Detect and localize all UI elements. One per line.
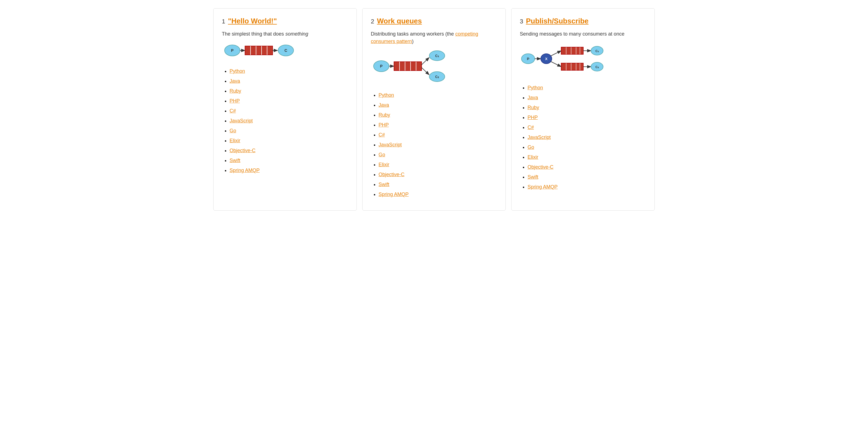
list-item: Swift bbox=[229, 156, 348, 165]
card-title-1: "Hello World!" bbox=[228, 17, 277, 25]
svg-line-31 bbox=[551, 62, 561, 66]
list-item: Spring AMQP bbox=[378, 189, 497, 199]
list-item: JavaScript bbox=[229, 116, 348, 126]
list-item: Objective-C bbox=[528, 162, 646, 172]
link-python-3[interactable]: Python bbox=[528, 85, 543, 90]
link-csharp-1[interactable]: C# bbox=[229, 108, 236, 113]
link-js-3[interactable]: JavaScript bbox=[528, 134, 551, 140]
list-item: Spring AMQP bbox=[528, 182, 646, 192]
link-spring-1[interactable]: Spring AMQP bbox=[229, 168, 260, 173]
list-item: Go bbox=[378, 150, 497, 160]
list-item: Elixir bbox=[229, 136, 348, 145]
diagram-svg-2: P C₁ C₂ bbox=[371, 49, 448, 83]
diagram-3: P X bbox=[520, 42, 646, 77]
diagram-svg-3: P X bbox=[520, 42, 608, 75]
list-item: JavaScript bbox=[528, 132, 646, 142]
list-item: PHP bbox=[528, 112, 646, 122]
link-go-3[interactable]: Go bbox=[528, 144, 534, 150]
svg-text:C₂: C₂ bbox=[595, 65, 599, 69]
list-item: Python bbox=[528, 83, 646, 93]
link-ruby-2[interactable]: Ruby bbox=[378, 112, 390, 118]
link-objc-3[interactable]: Objective-C bbox=[528, 164, 554, 170]
link-elixir-1[interactable]: Elixir bbox=[229, 138, 240, 143]
link-objc-1[interactable]: Objective-C bbox=[229, 148, 255, 153]
link-swift-3[interactable]: Swift bbox=[528, 174, 538, 180]
card-number-3: 3 bbox=[520, 18, 523, 25]
list-item: Java bbox=[528, 93, 646, 103]
diagram-1: P bbox=[222, 42, 348, 60]
link-swift-2[interactable]: Swift bbox=[378, 181, 389, 187]
link-elixir-2[interactable]: Elixir bbox=[378, 162, 389, 167]
card-pubsub: 3 Publish/Subscribe Sending messages to … bbox=[511, 8, 655, 210]
list-item: Python bbox=[378, 90, 497, 100]
list-item: JavaScript bbox=[378, 140, 497, 150]
list-item: C# bbox=[229, 106, 348, 116]
svg-rect-3 bbox=[245, 46, 273, 55]
card-title-link-2[interactable]: Work queues bbox=[377, 17, 422, 25]
link-java-2[interactable]: Java bbox=[378, 102, 389, 108]
list-item: PHP bbox=[229, 96, 348, 106]
card-header-1: 1 "Hello World!" bbox=[222, 17, 348, 25]
svg-text:P: P bbox=[380, 64, 382, 68]
list-item: Python bbox=[229, 66, 348, 76]
link-csharp-2[interactable]: C# bbox=[378, 132, 385, 137]
link-csharp-3[interactable]: C# bbox=[528, 125, 534, 130]
link-js-2[interactable]: JavaScript bbox=[378, 142, 402, 147]
link-python-1[interactable]: Python bbox=[229, 68, 245, 74]
card-title-link-1[interactable]: "Hello World!" bbox=[228, 17, 277, 25]
list-item: C# bbox=[378, 130, 497, 140]
list-item: Elixir bbox=[378, 160, 497, 169]
link-spring-3[interactable]: Spring AMQP bbox=[528, 184, 558, 190]
links-list-2: Python Java Ruby PHP C# JavaScript Go El… bbox=[371, 90, 497, 199]
card-header-2: 2 Work queues bbox=[371, 17, 497, 25]
diagram-2: P C₁ C₂ bbox=[371, 49, 497, 84]
card-desc-3: Sending messages to many consumers at on… bbox=[520, 30, 646, 38]
competing-consumers-link[interactable]: competing consumers pattern bbox=[371, 31, 478, 44]
link-java-3[interactable]: Java bbox=[528, 95, 538, 100]
svg-text:C₁: C₁ bbox=[595, 49, 599, 53]
svg-rect-14 bbox=[394, 62, 422, 71]
list-item: Spring AMQP bbox=[229, 165, 348, 175]
list-item: Ruby bbox=[528, 103, 646, 112]
list-item: Java bbox=[378, 100, 497, 110]
card-desc-2: Distributing tasks among workers (the co… bbox=[371, 30, 497, 45]
list-item: Swift bbox=[378, 179, 497, 189]
link-swift-1[interactable]: Swift bbox=[229, 158, 240, 163]
svg-text:C₂: C₂ bbox=[435, 75, 439, 79]
svg-text:C₁: C₁ bbox=[435, 54, 439, 58]
link-js-1[interactable]: JavaScript bbox=[229, 118, 253, 124]
link-elixir-3[interactable]: Elixir bbox=[528, 154, 538, 160]
diagram-svg-1: P bbox=[222, 42, 296, 59]
link-java-1[interactable]: Java bbox=[229, 78, 240, 84]
links-list-1: Python Java Ruby PHP C# JavaScript Go El… bbox=[222, 66, 348, 175]
card-number-1: 1 bbox=[222, 18, 225, 25]
svg-text:X: X bbox=[545, 57, 548, 61]
svg-line-19 bbox=[422, 58, 429, 65]
link-php-3[interactable]: PHP bbox=[528, 115, 538, 120]
list-item: Go bbox=[229, 126, 348, 136]
card-number-2: 2 bbox=[371, 18, 374, 25]
list-item: Objective-C bbox=[378, 169, 497, 179]
list-item: Objective-C bbox=[229, 145, 348, 156]
link-ruby-1[interactable]: Ruby bbox=[229, 88, 241, 94]
svg-text:P: P bbox=[231, 48, 234, 53]
svg-line-30 bbox=[551, 51, 561, 56]
card-header-3: 3 Publish/Subscribe bbox=[520, 17, 646, 25]
link-go-2[interactable]: Go bbox=[378, 152, 385, 157]
list-item: Ruby bbox=[229, 86, 348, 96]
links-list-3: Python Java Ruby PHP C# JavaScript Go El… bbox=[520, 83, 646, 192]
link-ruby-3[interactable]: Ruby bbox=[528, 105, 539, 110]
link-spring-2[interactable]: Spring AMQP bbox=[378, 192, 409, 197]
list-item: C# bbox=[528, 122, 646, 132]
card-work-queues: 2 Work queues Distributing tasks among w… bbox=[362, 8, 506, 210]
link-python-2[interactable]: Python bbox=[378, 92, 394, 98]
list-item: Swift bbox=[528, 172, 646, 182]
list-item: Go bbox=[528, 142, 646, 152]
link-php-2[interactable]: PHP bbox=[378, 122, 389, 128]
link-objc-2[interactable]: Objective-C bbox=[378, 172, 404, 177]
card-title-2: Work queues bbox=[377, 17, 422, 25]
card-title-link-3[interactable]: Publish/Subscribe bbox=[526, 17, 589, 25]
link-go-1[interactable]: Go bbox=[229, 128, 236, 133]
link-php-1[interactable]: PHP bbox=[229, 98, 240, 104]
list-item: Java bbox=[229, 76, 348, 86]
